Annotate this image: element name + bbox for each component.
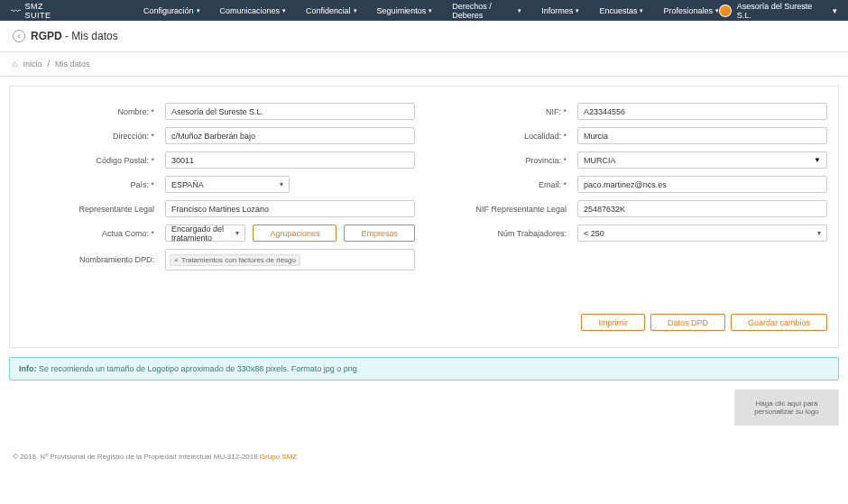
provincia-label: Provincia: * bbox=[433, 156, 577, 165]
breadcrumb-current: Mis datos bbox=[55, 60, 90, 69]
chevron-down-icon: ▾ bbox=[518, 7, 521, 14]
provincia-select[interactable]: MURCIA ▼ bbox=[577, 151, 827, 169]
rep-label: Representante Legal bbox=[21, 205, 165, 214]
account-name: Asesoría del Sureste S.L. bbox=[737, 2, 827, 20]
home-icon[interactable]: ⌂ bbox=[13, 60, 17, 69]
nav-encuestas[interactable]: Encuestas▾ bbox=[599, 2, 643, 20]
logo-swoosh-icon: 〰 bbox=[11, 5, 22, 16]
chevron-down-icon: ▾ bbox=[197, 7, 200, 14]
page-title-bar: ‹ RGPD - Mis datos bbox=[0, 21, 848, 52]
nifrep-label: NIF Representante Legal bbox=[433, 205, 577, 214]
form-panel: Nombre: * Dirección: * Código Postal: * … bbox=[9, 86, 839, 348]
direccion-label: Dirección: * bbox=[21, 132, 165, 141]
top-navbar: 〰 SMZ SUITE Configuración▾ Comunicacione… bbox=[0, 0, 848, 21]
chevron-down-icon: ▾ bbox=[235, 229, 239, 237]
localidad-label: Localidad: * bbox=[433, 132, 577, 141]
actua-label: Actua Como: * bbox=[21, 229, 165, 238]
chevron-down-icon: ▾ bbox=[640, 7, 643, 14]
nifrep-field[interactable] bbox=[577, 200, 827, 217]
footer-link[interactable]: Grupo SMZ bbox=[260, 453, 297, 461]
breadcrumb: ⌂ Inicio / Mis datos bbox=[0, 52, 848, 77]
chevron-down-icon: ▾ bbox=[282, 7, 286, 14]
localidad-field[interactable] bbox=[577, 127, 827, 144]
info-alert: Info: Se recomienda un tamaño de Logotip… bbox=[9, 357, 839, 380]
chevron-down-icon: ▾ bbox=[817, 229, 821, 237]
dpd-tag: × Tratamientos con factores de riesgo bbox=[170, 254, 300, 266]
page-title: RGPD - Mis datos bbox=[31, 30, 118, 42]
nif-label: NIF: * bbox=[433, 107, 577, 116]
logo-upload-zone[interactable]: Haga clic aquí para personalizar su logo bbox=[734, 389, 839, 426]
form-col-left: Nombre: * Dirección: * Código Postal: * … bbox=[21, 103, 415, 278]
breadcrumb-sep: / bbox=[47, 60, 50, 69]
nombre-label: Nombre: * bbox=[21, 107, 165, 116]
email-label: Email: * bbox=[433, 180, 577, 189]
footer-text: © 2018. Nº Provisional de Registro de la… bbox=[13, 453, 260, 461]
pais-label: País: * bbox=[21, 180, 165, 189]
chevron-down-icon: ▾ bbox=[576, 7, 579, 14]
account-menu[interactable]: Asesoría del Sureste S.L. ▾ bbox=[719, 2, 837, 20]
back-button[interactable]: ‹ bbox=[13, 30, 25, 42]
logo-zone-wrap: Haga clic aquí para personalizar su logo bbox=[9, 389, 839, 426]
imprimir-button[interactable]: Imprimir bbox=[581, 314, 645, 331]
empresas-button[interactable]: Empresas bbox=[344, 225, 415, 242]
chevron-down-icon: ▾ bbox=[280, 180, 283, 188]
guardar-button[interactable]: Guardar cambios bbox=[731, 314, 827, 331]
nif-field[interactable] bbox=[577, 103, 827, 120]
nav-confidencial[interactable]: Confidencial▾ bbox=[306, 2, 357, 20]
direccion-field[interactable] bbox=[165, 127, 415, 144]
cp-field[interactable] bbox=[165, 151, 415, 169]
nav-profesionales[interactable]: Profesionales▾ bbox=[663, 2, 719, 20]
close-icon[interactable]: × bbox=[174, 256, 179, 264]
chevron-down-icon: ▾ bbox=[833, 6, 837, 15]
rep-field[interactable] bbox=[165, 200, 415, 217]
numtrab-select[interactable]: < 250 ▾ bbox=[577, 225, 827, 242]
nav-informes[interactable]: Informes▾ bbox=[541, 2, 579, 20]
email-field[interactable] bbox=[577, 176, 827, 193]
chevron-down-icon: ▾ bbox=[429, 7, 432, 14]
breadcrumb-home[interactable]: Inicio bbox=[23, 60, 41, 69]
main-nav: Configuración▾ Comunicaciones▾ Confidenc… bbox=[143, 2, 719, 20]
datos-dpd-button[interactable]: Datos DPD bbox=[650, 314, 725, 331]
numtrab-label: Núm Trabajadores: bbox=[433, 229, 577, 238]
dpd-input[interactable]: × Tratamientos con factores de riesgo bbox=[165, 249, 415, 270]
app-logo: 〰 SMZ SUITE bbox=[11, 2, 71, 20]
dpd-label: Nombramiento DPD: bbox=[21, 255, 165, 264]
nav-derechos[interactable]: Derechos / Deberes▾ bbox=[452, 2, 521, 20]
pais-select[interactable]: ESPAÑA ▾ bbox=[165, 176, 290, 193]
logo-text: SMZ SUITE bbox=[25, 2, 71, 20]
footer: © 2018. Nº Provisional de Registro de la… bbox=[0, 435, 848, 470]
nav-configuracion[interactable]: Configuración▾ bbox=[143, 2, 200, 20]
form-col-right: NIF: * Localidad: * Provincia: * MURCIA … bbox=[433, 103, 827, 278]
cp-label: Código Postal: * bbox=[21, 156, 165, 165]
avatar bbox=[719, 5, 732, 17]
nav-comunicaciones[interactable]: Comunicaciones▾ bbox=[220, 2, 287, 20]
nombre-field[interactable] bbox=[165, 103, 415, 120]
chevron-down-icon: ▾ bbox=[354, 7, 357, 14]
action-buttons: Imprimir Datos DPD Guardar cambios bbox=[21, 314, 827, 331]
chevron-down-icon: ▼ bbox=[814, 156, 821, 164]
agrupaciones-button[interactable]: Agrupaciones bbox=[253, 225, 336, 242]
actua-select[interactable]: Encargado del tratamiento ▾ bbox=[165, 225, 245, 242]
nav-seguimientos[interactable]: Seguimientos▾ bbox=[377, 2, 433, 20]
